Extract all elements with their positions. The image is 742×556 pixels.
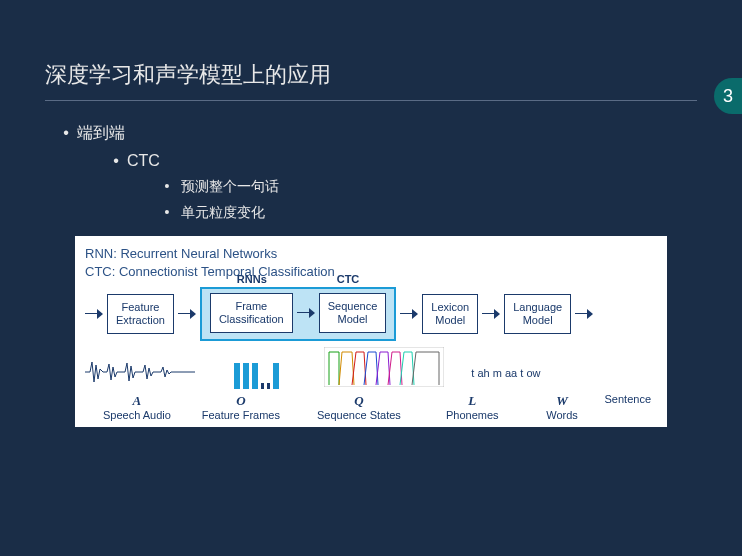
rnn-ctc-group: RNNs CTC Frame Classification Sequence M… [200, 287, 396, 341]
legend-rnn: RNN: Recurrent Neural Networks [85, 246, 657, 261]
slide-title: 深度学习和声学模型上的应用 [45, 60, 697, 90]
bullet-lvl2: CTC [105, 152, 160, 169]
group-label-rnns: RNNs [237, 273, 267, 285]
group-label-ctc: CTC [337, 273, 360, 285]
arrow-icon [400, 307, 418, 321]
page-number-badge: 3 [714, 78, 742, 114]
arrow-icon [178, 307, 196, 321]
bullet-lvl3b: 单元粒度变化 [153, 204, 265, 220]
title-divider [45, 100, 697, 101]
label-sym-O: O [189, 393, 293, 409]
label-name-Q: Sequence States [293, 409, 425, 421]
label-sym-A: A [85, 393, 189, 409]
bullet-lvl1: 端到端 [55, 124, 125, 141]
label-name-S: Sentence [605, 393, 651, 405]
label-name-L: Phonemes [425, 409, 519, 421]
visualization-row: t ah m aa t ow [85, 347, 657, 389]
waveform-icon [85, 357, 195, 387]
arrow-icon [85, 307, 103, 321]
label-name-W: Words [520, 409, 605, 421]
box-frame-classification: Frame Classification [210, 293, 293, 333]
outline: 端到端 CTC 预测整个一句话 单元粒度变化 [45, 123, 697, 222]
box-sequence-model: Sequence Model [319, 293, 387, 333]
arrow-icon [297, 306, 315, 320]
box-language-model: Language Model [504, 294, 571, 334]
feature-bars-icon [205, 359, 308, 389]
stage-labels-row: ASpeech Audio OFeature Frames QSequence … [85, 393, 657, 421]
label-name-O: Feature Frames [189, 409, 293, 421]
arrow-icon [482, 307, 500, 321]
box-feature-extraction: Feature Extraction [107, 294, 174, 334]
label-name-A: Speech Audio [85, 409, 189, 421]
bullet-lvl3a: 预测整个一句话 [153, 178, 279, 194]
slide: 深度学习和声学模型上的应用 3 端到端 CTC 预测整个一句话 单元粒度变化 R… [0, 0, 742, 447]
box-lexicon-model: Lexicon Model [422, 294, 478, 334]
arrow-icon [575, 307, 593, 321]
architecture-diagram: RNN: Recurrent Neural Networks CTC: Conn… [75, 236, 667, 427]
sequence-plot-icon [324, 347, 444, 387]
label-sym-L: L [425, 393, 519, 409]
label-sym-W: W [520, 393, 605, 409]
pipeline: Feature Extraction RNNs CTC Frame Classi… [85, 287, 657, 341]
phoneme-example: t ah m aa t ow [459, 367, 553, 389]
label-sym-Q: Q [293, 393, 425, 409]
